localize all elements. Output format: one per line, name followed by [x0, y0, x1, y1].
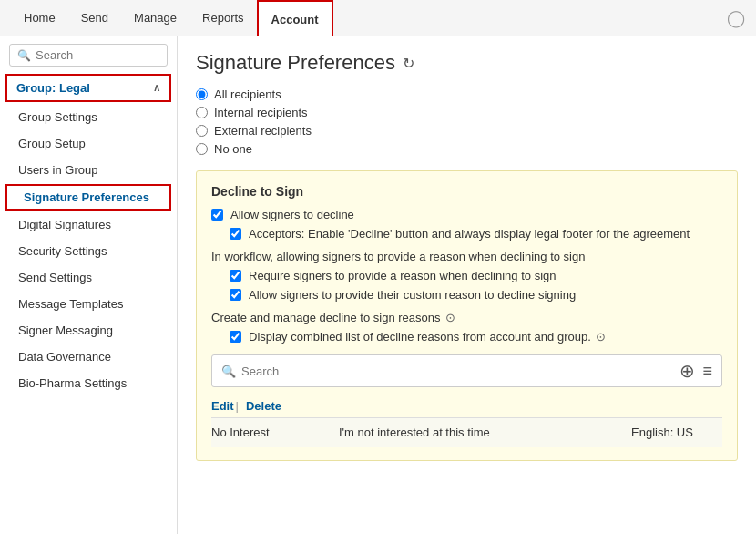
radio-no-one-label: No one [214, 142, 252, 156]
row-col3: English: US [631, 426, 722, 439]
sidebar-search-box[interactable]: 🔍 [9, 44, 168, 67]
decline-search-icon: 🔍 [221, 365, 236, 378]
nav-home[interactable]: Home [11, 0, 68, 36]
sidebar-item-send-settings[interactable]: Send Settings [0, 264, 177, 291]
combined-row[interactable]: Display combined list of decline reasons… [230, 330, 722, 344]
layout: 🔍 Group: Legal ∧ Group Settings Group Se… [0, 36, 756, 534]
create-section: Create and manage decline to sign reason… [211, 311, 722, 324]
create-label: Create and manage decline to sign reason… [211, 311, 441, 324]
chevron-up-icon: ∧ [153, 82, 160, 94]
table-header: Edit | Delete [211, 395, 722, 418]
sidebar-item-message-templates[interactable]: Message Templates [0, 291, 177, 317]
sidebar-search-input[interactable] [36, 48, 159, 62]
page-title: Signature Preferences [196, 51, 395, 75]
combined-checkbox[interactable] [230, 331, 241, 343]
nav-reports[interactable]: Reports [189, 0, 257, 36]
decline-section: Decline to Sign Allow signers to decline… [196, 170, 738, 461]
header-separator: | [236, 399, 239, 413]
require-reason-row[interactable]: Require signers to provide a reason when… [230, 269, 722, 282]
acceptors-row[interactable]: Acceptors: Enable 'Decline' button and a… [230, 227, 722, 241]
allow-signers-row[interactable]: Allow signers to decline [211, 208, 722, 221]
allow-signers-checkbox[interactable] [211, 209, 223, 221]
custom-reason-row[interactable]: Allow signers to provide their custom re… [230, 288, 722, 302]
group-header[interactable]: Group: Legal ∧ [5, 74, 171, 102]
sidebar-item-data-governance[interactable]: Data Governance [0, 344, 177, 370]
radio-all-recipients-label: All recipients [214, 87, 281, 101]
workflow-checkboxes: Require signers to provide a reason when… [230, 269, 722, 302]
custom-reason-label: Allow signers to provide their custom re… [249, 288, 576, 302]
allow-signers-label: Allow signers to decline [230, 208, 354, 221]
sidebar-item-signer-messaging[interactable]: Signer Messaging [0, 317, 177, 344]
sidebar-item-signature-preferences[interactable]: Signature Preferences [5, 184, 171, 211]
refresh-icon[interactable]: ↻ [403, 55, 414, 72]
combined-label: Display combined list of decline reasons… [249, 330, 591, 344]
radio-external-recipients-label: External recipients [214, 124, 312, 138]
combined-help-icon[interactable]: ⊙ [596, 330, 606, 344]
nav-account[interactable]: Account [257, 0, 333, 36]
require-reason-checkbox[interactable] [230, 270, 241, 282]
radio-internal-recipients[interactable]: Internal recipients [196, 106, 738, 119]
workflow-label: In workflow, allowing signers to provide… [211, 250, 722, 263]
menu-icon[interactable]: ≡ [702, 362, 712, 381]
sidebar-item-security-settings[interactable]: Security Settings [0, 238, 177, 264]
recipient-radio-group: All recipients Internal recipients Exter… [196, 87, 738, 156]
main-content: Signature Preferences ↻ All recipients I… [178, 36, 756, 534]
sidebar: 🔍 Group: Legal ∧ Group Settings Group Se… [0, 36, 178, 534]
acceptors-checkbox[interactable] [230, 228, 241, 240]
require-reason-label: Require signers to provide a reason when… [249, 269, 556, 282]
create-help-icon[interactable]: ⊙ [445, 311, 455, 324]
sidebar-item-digital-signatures[interactable]: Digital Signatures [0, 211, 177, 238]
row-col2: I'm not interested at this time [339, 426, 631, 439]
group-label: Group: Legal [16, 81, 90, 95]
nav-manage[interactable]: Manage [121, 0, 189, 36]
decline-table: Edit | Delete No Interest I'm not intere… [211, 395, 722, 447]
acceptors-label: Acceptors: Enable 'Decline' button and a… [249, 227, 690, 241]
sidebar-item-group-setup[interactable]: Group Setup [0, 130, 177, 157]
sidebar-item-bio-pharma[interactable]: Bio-Pharma Settings [0, 370, 177, 396]
nav-send[interactable]: Send [68, 0, 121, 36]
radio-external-recipients[interactable]: External recipients [196, 124, 738, 138]
user-icon[interactable]: ◯ [727, 0, 745, 36]
custom-reason-checkbox[interactable] [230, 289, 241, 301]
page-title-container: Signature Preferences ↻ [196, 51, 738, 75]
sidebar-item-users-in-group[interactable]: Users in Group [0, 157, 177, 183]
add-reason-icon[interactable]: ⊕ [679, 360, 695, 382]
radio-internal-recipients-label: Internal recipients [214, 106, 308, 119]
sidebar-item-group-settings[interactable]: Group Settings [0, 104, 177, 130]
delete-link[interactable]: Delete [246, 399, 281, 413]
decline-search-input[interactable] [241, 365, 672, 378]
decline-search-row[interactable]: 🔍 ⊕ ≡ [211, 354, 722, 387]
decline-title: Decline to Sign [211, 184, 722, 199]
sidebar-search-icon: 🔍 [17, 49, 31, 62]
top-nav: Home Send Manage Reports Account ◯ [0, 0, 756, 36]
radio-all-recipients[interactable]: All recipients [196, 87, 738, 101]
row-col1: No Interest [211, 426, 339, 439]
radio-no-one[interactable]: No one [196, 142, 738, 156]
edit-link[interactable]: Edit [211, 399, 234, 413]
table-row[interactable]: No Interest I'm not interested at this t… [211, 418, 722, 447]
